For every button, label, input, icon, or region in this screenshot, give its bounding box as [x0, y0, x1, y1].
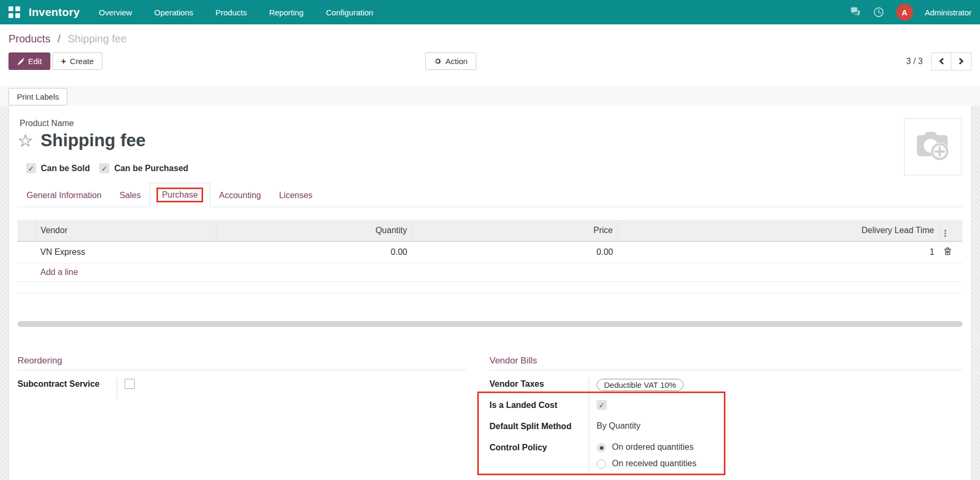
product-image-placeholder[interactable]: [904, 118, 961, 175]
cell-vendor[interactable]: VN Express: [36, 242, 216, 263]
is-landed-cost-checkbox[interactable]: ✓: [597, 400, 607, 410]
row-handle[interactable]: [18, 242, 36, 263]
is-landed-cost-field: Is a Landed Cost ✓: [489, 399, 962, 420]
cell-delete: [939, 242, 962, 263]
pager-count: 3 / 3: [906, 57, 923, 66]
vertical-dots-icon: [944, 230, 946, 237]
tab-licenses[interactable]: Licenses: [270, 184, 321, 207]
favorite-star-icon[interactable]: ☆: [18, 132, 33, 149]
table-header-row: Vendor Quantity Price Delivery Lead Time: [18, 220, 962, 242]
vendor-taxes-field: Vendor Taxes Deductible VAT 10%: [489, 378, 962, 399]
breadcrumb-current: Shipping fee: [68, 33, 127, 45]
pager-previous-button[interactable]: [931, 52, 951, 70]
subcontract-service-checkbox[interactable]: [125, 379, 135, 389]
control-panel: Products / Shipping fee Edit + Create Ac…: [0, 24, 980, 86]
tab-sales[interactable]: Sales: [110, 184, 150, 207]
subcontract-service-label: Subcontract Service: [18, 378, 117, 399]
form-background: Product Name ☆ Shipping fee ✓ Can be Sol…: [0, 106, 980, 480]
check-icon: ✓: [101, 165, 108, 172]
column-header-delivery-lead-time[interactable]: Delivery Lead Time: [618, 220, 939, 242]
can-be-purchased-field: ✓ Can be Purchased: [99, 163, 188, 173]
optional-columns-toggle[interactable]: [939, 220, 962, 242]
tab-accounting[interactable]: Accounting: [210, 184, 270, 207]
chevron-right-icon: [957, 58, 964, 65]
column-header-vendor[interactable]: Vendor: [36, 220, 216, 242]
gear-icon: [434, 57, 442, 65]
menu-item-products[interactable]: Products: [215, 1, 247, 24]
action-button[interactable]: Action: [425, 52, 476, 70]
print-labels-label: Print Labels: [17, 92, 59, 101]
pager: 3 / 3: [906, 52, 972, 70]
trash-icon[interactable]: [944, 247, 951, 257]
vendor-bills-title: Vendor Bills: [489, 355, 962, 370]
cell-delivery-lead-time[interactable]: 1: [618, 242, 939, 263]
control-policy-label: Control Policy: [489, 441, 589, 458]
plus-icon: +: [61, 57, 66, 66]
breadcrumb-products-link[interactable]: Products: [8, 33, 50, 45]
default-split-method-value[interactable]: By Quantity: [589, 420, 641, 441]
messages-icon[interactable]: [850, 6, 861, 18]
menu-item-operations[interactable]: Operations: [154, 1, 193, 24]
reordering-title: Reordering: [18, 355, 466, 370]
subcontract-service-field: Subcontract Service: [18, 378, 466, 399]
cell-quantity[interactable]: 0.00: [216, 242, 412, 263]
activities-clock-icon[interactable]: [873, 6, 885, 18]
radio-on-ordered-quantities[interactable]: [597, 443, 606, 452]
vendor-pricelist-table: Vendor Quantity Price Delivery Lead Time…: [18, 220, 962, 294]
product-name-field-label: Product Name: [20, 119, 962, 128]
user-avatar[interactable]: A: [896, 4, 913, 21]
can-be-purchased-checkbox[interactable]: ✓: [99, 163, 109, 173]
check-icon: ✓: [599, 402, 605, 409]
app-title[interactable]: Inventory: [29, 6, 80, 19]
edit-button[interactable]: Edit: [8, 52, 50, 70]
create-button-label: Create: [70, 57, 94, 66]
main-menu: Overview Operations Products Reporting C…: [99, 1, 373, 24]
pager-next-button[interactable]: [951, 52, 972, 70]
table-row[interactable]: VN Express 0.00 0.00 1: [18, 242, 962, 263]
check-icon: ✓: [28, 165, 34, 172]
empty-table-row: [18, 282, 962, 294]
edit-button-label: Edit: [28, 57, 42, 66]
control-policy-empty-label: [489, 458, 589, 474]
user-menu[interactable]: Administrator: [925, 8, 972, 17]
create-button[interactable]: + Create: [52, 52, 102, 70]
top-navbar: Inventory Overview Operations Products R…: [0, 0, 980, 24]
tab-purchase[interactable]: Purchase: [150, 183, 210, 207]
vendor-taxes-label: Vendor Taxes: [489, 378, 589, 399]
default-split-method-field: Default Split Method By Quantity: [489, 420, 962, 441]
menu-item-configuration[interactable]: Configuration: [326, 1, 373, 24]
menu-item-overview[interactable]: Overview: [99, 1, 132, 24]
table-horizontal-scrollbar[interactable]: [18, 321, 962, 327]
notebook-tabs: General Information Sales Purchase Accou…: [18, 183, 962, 207]
control-policy-option-2: On received quantities: [489, 458, 962, 474]
cell-price[interactable]: 0.00: [412, 242, 618, 263]
navbar-right: A Administrator: [850, 4, 972, 21]
avatar-initial: A: [902, 8, 907, 17]
can-be-sold-label: Can be Sold: [41, 164, 90, 173]
product-title: Shipping fee: [41, 130, 146, 150]
on-ordered-quantities-label: On ordered quantities: [612, 442, 694, 452]
column-header-quantity[interactable]: Quantity: [216, 220, 412, 242]
control-policy-field: Control Policy On ordered quantities: [489, 441, 962, 458]
camera-add-icon: [913, 130, 953, 164]
tab-purchase-highlight: Purchase: [156, 188, 203, 202]
menu-item-reporting[interactable]: Reporting: [269, 1, 303, 24]
default-split-method-label: Default Split Method: [489, 420, 589, 441]
tab-general-information[interactable]: General Information: [18, 184, 110, 207]
vendor-taxes-tag[interactable]: Deductible VAT 10%: [597, 379, 684, 391]
form-sheet: Product Name ☆ Shipping fee ✓ Can be Sol…: [8, 106, 972, 480]
breadcrumb-separator: /: [58, 33, 61, 45]
apps-menu-icon[interactable]: [8, 6, 20, 18]
can-be-purchased-label: Can be Purchased: [114, 164, 188, 173]
breadcrumb: Products / Shipping fee: [8, 33, 972, 45]
print-labels-button[interactable]: Print Labels: [8, 88, 67, 105]
status-bar: Print Labels: [0, 86, 980, 106]
column-header-price[interactable]: Price: [412, 220, 618, 242]
radio-on-received-quantities[interactable]: [597, 459, 606, 469]
can-be-sold-checkbox[interactable]: ✓: [26, 163, 36, 173]
add-a-line-link[interactable]: Add a line: [40, 268, 78, 277]
is-landed-cost-label: Is a Landed Cost: [489, 399, 589, 420]
on-received-quantities-label: On received quantities: [612, 459, 696, 468]
action-button-label: Action: [445, 57, 468, 66]
add-line-row: Add a line: [18, 263, 962, 282]
